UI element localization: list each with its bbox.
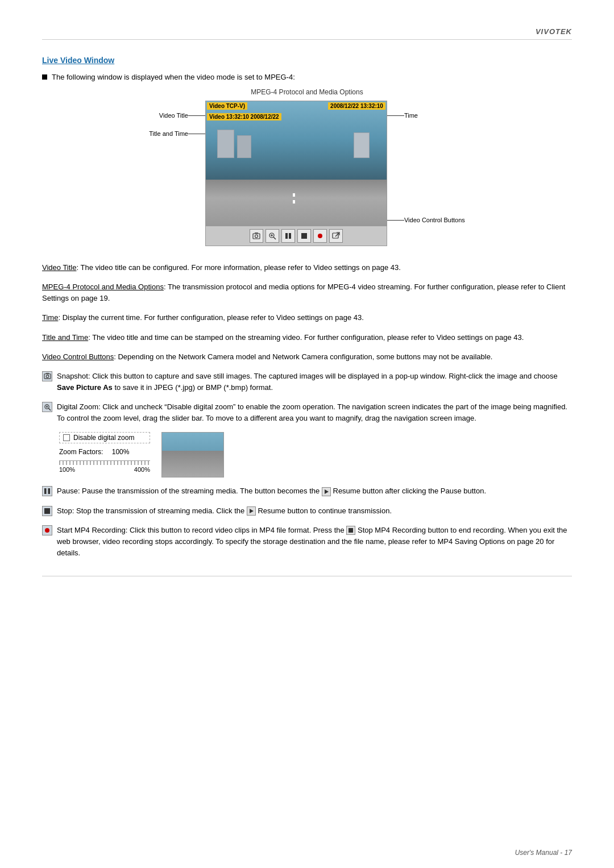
- digital-zoom-btn[interactable]: [265, 229, 279, 243]
- record-btn[interactable]: [313, 229, 327, 243]
- brand-name: VIVOTEK: [536, 27, 572, 36]
- stop-mp4-icon-inline: [346, 526, 355, 535]
- snapshot-btn[interactable]: [250, 229, 263, 243]
- stop-row: Stop: Stop the transmission of streaming…: [42, 505, 572, 517]
- svg-rect-20: [44, 488, 47, 494]
- road: [206, 180, 387, 225]
- page-footer: User's Manual - 17: [515, 849, 572, 857]
- zoom-factor-row: Zoom Factors: 100%: [59, 448, 150, 456]
- snapshot-desc: : Click this button to capture and save …: [88, 372, 558, 380]
- zoom-factors-label: Zoom Factors:: [59, 448, 103, 456]
- mp4-desc1: : Click this button to record video clip…: [126, 526, 347, 534]
- video-control-desc-text: : Depending on the Network Camera model …: [114, 352, 492, 361]
- building-2: [237, 135, 251, 158]
- svg-rect-7: [285, 233, 288, 239]
- svg-rect-21: [48, 488, 51, 494]
- pause-icon: [42, 486, 52, 496]
- section-title: Live Video Window: [42, 56, 572, 65]
- zoom-panel: Disable digital zoom Zoom Factors: 100% …: [59, 432, 572, 477]
- title-and-time-term: Title and Time: [42, 333, 88, 342]
- video-control-desc: Video Control Buttons: Depending on the …: [42, 351, 572, 363]
- svg-line-17: [48, 408, 51, 410]
- digital-zoom-desc: : Click and uncheck “Disable digital zoo…: [57, 402, 567, 422]
- svg-rect-13: [44, 374, 50, 379]
- label-line-title-time: [188, 134, 205, 134]
- video-overlay-title: Video TCP-V): [207, 102, 247, 110]
- mp4-record-icon-wrap: [42, 525, 52, 535]
- video-title-desc-text: : The video title can be configured. For…: [76, 263, 400, 272]
- open-window-btn[interactable]: [329, 229, 343, 243]
- svg-rect-23: [44, 508, 50, 514]
- mp4-recording-text: Start MP4 Recording: Click this button t…: [57, 525, 572, 559]
- svg-marker-24: [250, 509, 254, 513]
- zoom-labels: 100% 400%: [59, 466, 150, 473]
- stop-text: Stop: Stop the transmission of streaming…: [57, 505, 572, 517]
- digital-zoom-text: Digital Zoom: Click and uncheck “Disable…: [57, 401, 572, 424]
- digital-zoom-row: Digital Zoom: Click and uncheck “Disable…: [42, 401, 572, 424]
- pause-desc2: Resume button after clicking the Pause b…: [333, 487, 487, 495]
- digital-zoom-icon: [42, 402, 52, 412]
- video-overlay-title-time: Video 13:32:10 2008/12/22: [207, 113, 281, 121]
- pause-text: Pause: Pause the transmission of the str…: [57, 485, 572, 497]
- svg-point-14: [46, 375, 49, 378]
- footer-text: User's Manual - 17: [515, 849, 572, 857]
- thumb-sky: [162, 433, 223, 450]
- footer-divider: [42, 576, 572, 576]
- title-and-time-label: Title and Time: [149, 130, 188, 137]
- zoom-min-label: 100%: [59, 466, 75, 473]
- pause-desc: : Pause the transmission of the streamin…: [78, 487, 322, 495]
- header-bar: VIVOTEK: [42, 23, 572, 40]
- disable-zoom-label: Disable digital zoom: [73, 434, 134, 442]
- mp4-recording-term: Start MP4 Recording: [57, 526, 126, 534]
- pause-row: Pause: Pause the transmission of the str…: [42, 485, 572, 497]
- disable-zoom-checkbox[interactable]: [63, 434, 70, 441]
- stop-desc: : Stop the transmission of streaming med…: [72, 506, 247, 515]
- diagram-container: MPEG-4 Protocol and Media Options Video …: [42, 88, 572, 252]
- video-control-label: Video Control Buttons: [404, 217, 465, 223]
- title-and-time-label-row: Title and Time: [149, 128, 205, 139]
- label-line-video-title: [188, 115, 205, 116]
- video-overlay-row: Video TCP-V) 2008/12/22 13:32:10: [206, 101, 387, 111]
- zoom-slider-track[interactable]: [59, 460, 150, 465]
- label-line-time: [387, 115, 404, 116]
- snapshot-text: Snapshot: Click this button to capture a…: [57, 371, 572, 393]
- thumb-road: [162, 451, 223, 477]
- video-control-label-row: Video Control Buttons: [387, 214, 465, 226]
- mp4-recording-row: Start MP4 Recording: Click this button t…: [42, 525, 572, 559]
- svg-point-25: [45, 528, 49, 533]
- stop-desc2: Resume button to continue transmission.: [258, 506, 392, 515]
- right-labels: Time Video Control Buttons: [387, 101, 465, 226]
- title-and-time-desc-text: : The video title and time can be stampe…: [88, 333, 524, 342]
- time-term: Time: [42, 313, 58, 322]
- snapshot-icon: [42, 371, 52, 381]
- road-line: [293, 193, 295, 207]
- zoom-value: 100%: [112, 448, 130, 456]
- svg-rect-9: [301, 233, 307, 239]
- pause-term: Pause: [57, 487, 78, 495]
- svg-marker-22: [325, 489, 329, 494]
- svg-rect-11: [333, 233, 338, 238]
- stop-btn[interactable]: [297, 229, 311, 243]
- stop-icon: [42, 506, 52, 516]
- svg-point-1: [255, 235, 258, 238]
- mpeg4-term: MPEG-4 Protocol and Media Options: [42, 283, 164, 291]
- zoom-controls: Disable digital zoom Zoom Factors: 100% …: [59, 432, 150, 473]
- time-label: Time: [404, 112, 418, 119]
- zoom-max-label: 400%: [134, 466, 150, 473]
- svg-rect-26: [349, 528, 353, 533]
- svg-rect-8: [289, 233, 291, 239]
- diagram-top-label: MPEG-4 Protocol and Media Options: [251, 88, 363, 96]
- title-and-time-desc: Title and Time: The video title and time…: [42, 332, 572, 343]
- diagram-layout: Video Title Title and Time Video TCP-V) …: [149, 101, 465, 246]
- snapshot-row: Snapshot: Click this button to capture a…: [42, 371, 572, 393]
- snapshot-desc2: to save it in JPEG (*.jpg) or BMP (*.bmp…: [113, 383, 273, 392]
- pause-btn[interactable]: [281, 229, 295, 243]
- intro-bullet-text: The following window is displayed when t…: [52, 73, 295, 81]
- video-frame: Video TCP-V) 2008/12/22 13:32:10 Video 1…: [205, 101, 387, 226]
- zoom-slider-row: 100% 400%: [59, 460, 150, 473]
- svg-rect-15: [45, 373, 49, 374]
- label-line-control: [387, 220, 404, 221]
- svg-line-4: [273, 237, 276, 239]
- mpeg4-desc: MPEG-4 Protocol and Media Options: The t…: [42, 281, 572, 304]
- stop-icon-wrap: [42, 506, 52, 516]
